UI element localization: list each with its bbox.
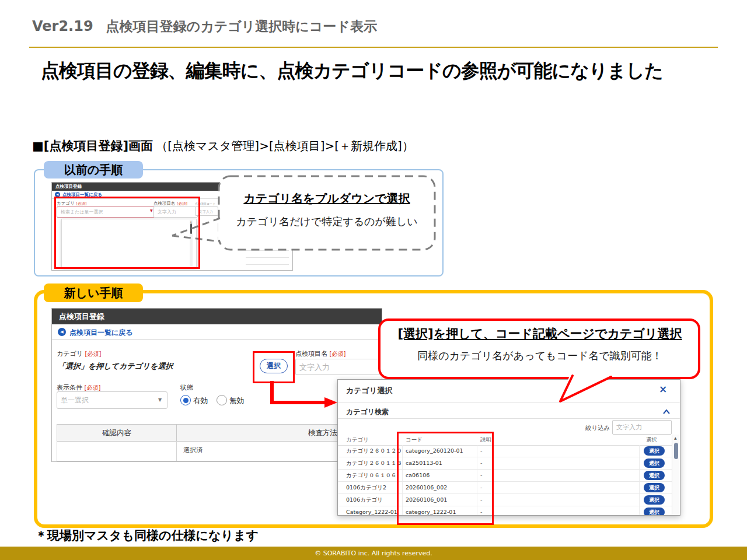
scrollbar[interactable]: ▲ [672,435,680,514]
old-procedure-tab: 以前の手順 [44,161,143,178]
table-row: Category_1222-01 category_1222-01 - 選択 [338,506,672,515]
table-row: 0106カテゴリ2 20260106_002 - 選択 [338,482,672,494]
required-badge: [必須] [330,351,346,357]
category-cell: 0106カテゴリ2 [346,484,386,492]
category-cell: 0106カテゴリ [346,496,383,504]
required-badge: [必須] [85,384,101,391]
new-back-link[interactable]: 点検項目一覧に戻る [69,328,133,338]
row-select-button[interactable]: 選択 [644,459,665,468]
main-title: 点検項目の登録、編集時に、点検カテゴリコードの参照が可能になりました [41,58,663,84]
version-label: Ver2.19 [32,18,93,34]
category-cell: カテゴリ２６０１１３ [346,460,402,467]
table-row: カテゴリ２６０１１３ ca250113-01 - 選択 [338,457,672,470]
footer-bar: © SORABITO inc. All rights reserved. [0,547,747,560]
footnote: ＊現場別マスタも同様の仕様になります [35,527,259,544]
table-row: カテゴリ２６０１２０ category_260120-01 - 選択 [338,445,672,457]
collapse-icon[interactable] [662,409,671,415]
table-row: 0106カテゴリ 20260106_001 - 選択 [338,494,672,506]
category-cell: カテゴリ２６０１２０ [346,447,402,455]
old-callout-title: カテゴリ名をプルダウンで選択 [219,191,435,206]
new-item-name-label: 点検項目名 [295,350,327,358]
side-row [246,258,289,265]
table-row: カテゴリ０６１０６ ca06106 - 選択 [338,470,672,482]
required-badge: [必須] [85,351,102,357]
modal-col-category: カテゴリ [346,436,369,444]
radio-active[interactable] [180,395,191,405]
status-label: 状態 [180,383,193,392]
modal-col-select: 選択 [646,436,657,444]
back-icon: ◀ [58,328,66,336]
row-select-button[interactable]: 選択 [644,446,665,456]
arrow-to-modal [251,376,344,411]
category-cell: カテゴリ０６１０６ [346,472,396,480]
slide: Ver2.19点検項目登録のカテゴリ選択時にコード表示 点検項目の登録、編集時に… [0,0,747,560]
row-select-button[interactable]: 選択 [644,508,665,515]
col-header-confirm: 確認内容 [57,425,176,441]
new-app-titlebar: 点検項目登録 [52,309,382,324]
display-condition-label: 表示条件 [57,384,82,391]
new-callout-title: [選択]を押して、コード記載ページでカテゴリ選択 [385,326,694,342]
new-category-label: カテゴリ [57,350,83,358]
header-divider [29,47,718,48]
filter-label: 絞り込み [585,424,610,432]
new-procedure-tab: 新しい手順 [44,284,143,302]
row-select-button[interactable]: 選択 [644,495,665,505]
cell-selected: 選択済 [183,446,203,454]
new-callout-body: 同様のカテゴリ名があってもコード名で識別可能！ [385,349,694,363]
code-highlight-rect [397,432,494,525]
modal-rows: カテゴリ２６０１２０ category_260120-01 - 選択 カテゴリ２… [338,445,672,515]
inspection-table: 確認内容 検査方法 選択済 [57,424,377,461]
section-heading-path: （[点検マスタ管理]>[点検項目]>[＋新規作成]） [156,139,414,153]
radio-active-label[interactable]: 有効 [193,396,208,406]
category-hint: 「選択」を押してカテゴリを選択 [58,361,173,372]
row-select-button[interactable]: 選択 [644,483,665,492]
side-row [246,265,289,271]
page-title: 点検項目登録のカテゴリ選択時にコード表示 [106,19,377,34]
col-header-method: 検査方法 [308,425,337,441]
old-callout-body: カテゴリ名だけで特定するのが難しい [219,215,435,229]
new-back-row: ◀ 点検項目一覧に戻る [52,324,382,340]
new-item-name-input[interactable] [295,359,381,375]
filter-input[interactable] [612,420,672,435]
old-highlight-rect [54,197,200,269]
modal-search-title: カテゴリ検索 [346,407,389,417]
display-condition-select[interactable] [57,391,167,409]
radio-inactive-label[interactable]: 無効 [229,396,244,406]
row-select-button[interactable]: 選択 [644,471,665,480]
section-heading: ■[点検項目登録]画面 [32,139,153,153]
radio-inactive[interactable] [217,395,227,405]
category-cell: Category_1222-01 [346,509,397,515]
dropdown-caret-icon: ▼ [158,397,162,402]
